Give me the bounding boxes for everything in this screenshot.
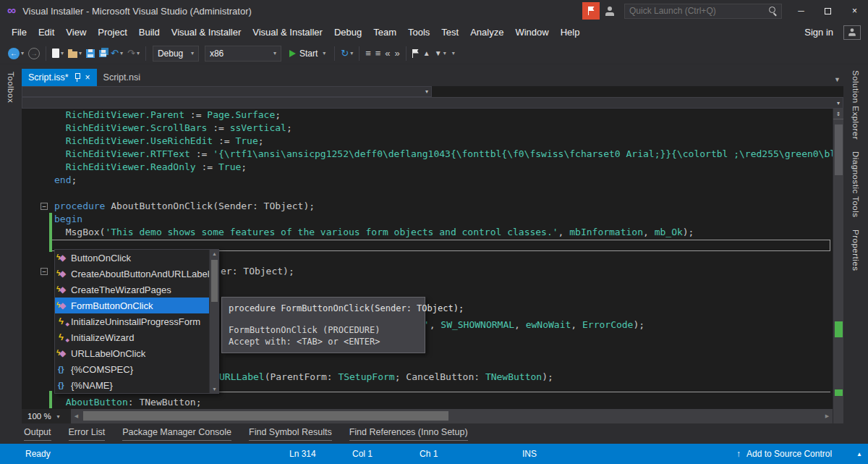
editor-vertical-scrollbar[interactable]: ⇕ (833, 109, 843, 409)
intellisense-item[interactable]: FormButtonOnClick (55, 298, 209, 313)
intellisense-item[interactable]: InitializeWizard (55, 329, 209, 345)
toggle-bookmark-button[interactable] (410, 46, 421, 62)
menu-item-analyze[interactable]: Analyze (464, 22, 509, 43)
menu-item-window[interactable]: Window (509, 22, 554, 43)
quick-launch-box[interactable] (624, 4, 782, 19)
menu-item-build[interactable]: Build (133, 22, 166, 43)
panel-tab-error-list[interactable]: Error List (69, 427, 106, 441)
menu-item-project[interactable]: Project (92, 22, 132, 43)
add-to-source-control-button[interactable]: Add to Source Control (746, 449, 832, 459)
menu-item-debug[interactable]: Debug (328, 22, 367, 43)
start-debugging-button[interactable]: Start▾ (284, 48, 331, 59)
menu-item-file[interactable]: File (6, 22, 33, 43)
new-file-button[interactable]: ▾ (50, 46, 66, 62)
intellisense-item[interactable]: URLLabelOnClick (55, 345, 209, 361)
undo-button[interactable]: ↶▾ (109, 46, 125, 62)
intellisense-item[interactable]: {%COMSPEC} (55, 361, 209, 377)
line-structure-button[interactable]: ≡ (373, 46, 383, 62)
increase-indent-button[interactable]: » (393, 46, 402, 62)
redo-button[interactable]: ↷▾ (125, 46, 142, 62)
solution-configuration-dropdown[interactable]: Debug▾ (153, 46, 199, 62)
pin-icon[interactable] (74, 73, 80, 82)
chevron-down-icon[interactable]: ▾ (61, 50, 64, 56)
menu-item-help[interactable]: Help (555, 22, 586, 43)
intellisense-item[interactable]: {%NAME} (55, 377, 209, 393)
next-bookmark-button[interactable]: ▼▾ (433, 46, 448, 62)
chevron-down-icon[interactable]: ▾ (323, 50, 326, 56)
minimize-button[interactable]: ─ (788, 1, 814, 21)
account-badge[interactable] (843, 25, 861, 40)
decrease-indent-button[interactable]: « (383, 46, 392, 62)
menu-item-view[interactable]: View (60, 22, 92, 43)
scroll-right-button[interactable]: ▶ (822, 409, 833, 423)
intellisense-item[interactable]: CreateTheWizardPages (55, 282, 209, 298)
split-window-handle[interactable]: ⇕ (833, 109, 843, 119)
scroll-down-icon[interactable]: ▼ (210, 387, 219, 392)
refresh-button[interactable]: ↻▾ (339, 46, 355, 62)
side-tab-diagnostic-tools[interactable]: Diagnostic Tools (851, 151, 860, 218)
save-all-button[interactable] (97, 46, 109, 62)
tab-list-chevron-icon[interactable]: ▼ (834, 76, 843, 86)
chevron-down-icon[interactable]: ▾ (443, 50, 446, 56)
menu-item-tools[interactable]: Tools (402, 22, 435, 43)
quick-launch-input[interactable] (629, 6, 768, 16)
notifications-flag-button[interactable] (582, 2, 600, 20)
solution-platform-dropdown[interactable]: x86▾ (205, 46, 281, 62)
bookmark-flag-icon (412, 49, 419, 58)
chevron-down-icon[interactable]: ▾ (79, 50, 82, 56)
scrollbar-thumb[interactable] (83, 411, 448, 421)
navigation-members-dropdown[interactable]: ▾ (22, 97, 843, 109)
chevron-down-icon[interactable]: ▾ (120, 50, 123, 56)
status-bar: Ready Ln 314 Col 1 Ch 1 INS ↑ Add to Sou… (0, 444, 868, 464)
intellisense-tooltip: procedure FormButtonOnClick(Sender: TObj… (221, 297, 425, 353)
menu-item-edit[interactable]: Edit (33, 22, 60, 43)
show-output-button[interactable]: ≡ (363, 46, 373, 62)
scrollbar-thumb[interactable] (835, 125, 843, 175)
sidebar-tab-toolbox[interactable]: Toolbox (7, 72, 15, 103)
intellisense-scrollbar[interactable]: ▲ ▼ (209, 250, 218, 393)
panel-tab-package-manager-console[interactable]: Package Manager Console (122, 427, 231, 441)
intellisense-item[interactable]: InitializeUninstallProgressForm (55, 313, 209, 329)
panel-tab-output[interactable]: Output (24, 427, 51, 441)
sync-icon: ↻ (341, 46, 349, 62)
menu-item-visual-installer[interactable]: Visual & Installer (166, 22, 247, 43)
zoom-control[interactable]: 100 %▾ (22, 409, 71, 423)
chevron-down-icon[interactable]: ▾ (137, 50, 140, 56)
navigate-forward-button[interactable]: → (26, 46, 42, 62)
document-tab[interactable]: Script.nsi (97, 69, 147, 86)
feedback-button[interactable] (601, 2, 618, 20)
toolbar-separator (145, 46, 146, 61)
open-file-button[interactable]: ▾ (66, 46, 84, 62)
close-icon[interactable]: × (85, 72, 90, 83)
panel-tab-find-references-inno-setup-[interactable]: Find References (Inno Setup) (349, 427, 468, 441)
intellisense-item[interactable]: CreateAboutButtonAndURLLabel (55, 266, 209, 282)
navigate-back-button[interactable]: ←▾ (6, 46, 26, 62)
toolbar-overflow-button[interactable]: ▾ (448, 46, 457, 62)
bookmark-next-icon: ▼ (435, 46, 442, 62)
sign-in-link[interactable]: Sign in (804, 27, 833, 38)
fold-toggle-icon[interactable]: − (41, 203, 48, 210)
save-button[interactable] (84, 46, 97, 62)
maximize-button[interactable] (814, 1, 841, 21)
menu-item-team[interactable]: Team (367, 22, 402, 43)
intellisense-item-label: CreateTheWizardPages (71, 284, 171, 295)
panel-tab-find-symbol-results[interactable]: Find Symbol Results (249, 427, 332, 441)
chevron-down-icon[interactable]: ▾ (350, 50, 353, 56)
close-button[interactable]: × (841, 1, 868, 21)
scroll-up-icon[interactable]: ▲ (210, 251, 219, 256)
scroll-left-button[interactable]: ◀ (71, 409, 82, 423)
editor-surface[interactable]: RichEditViewer.Parent := Page.Surface; R… (22, 109, 843, 409)
navigation-types-dropdown[interactable]: ▾ (22, 86, 432, 97)
document-tab[interactable]: Script.iss*× (22, 69, 97, 86)
side-tab-properties[interactable]: Properties (851, 229, 860, 271)
panel-expand-icon[interactable]: ▲ (856, 451, 862, 457)
editor-horizontal-scrollbar[interactable] (82, 409, 822, 423)
previous-bookmark-button[interactable]: ▲ (421, 46, 433, 62)
scrollbar-thumb[interactable] (211, 260, 218, 302)
intellisense-item[interactable]: ButtonOnClick (55, 250, 209, 266)
menu-item-test[interactable]: Test (435, 22, 464, 43)
fold-toggle-icon[interactable]: − (41, 268, 48, 275)
side-tab-solution-explorer[interactable]: Solution Explorer (851, 70, 860, 140)
menu-item-visual-installer[interactable]: Visual & Installer (247, 22, 328, 43)
chevron-down-icon[interactable]: ▾ (21, 50, 24, 56)
